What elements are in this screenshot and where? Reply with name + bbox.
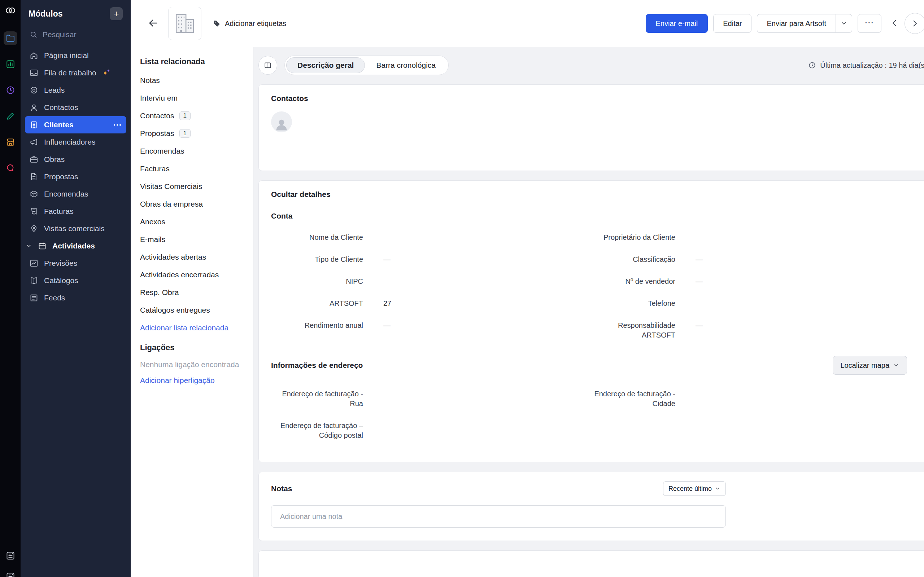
related-item-encomendas[interactable]: Encomendas — [140, 142, 247, 160]
person-icon — [274, 116, 289, 132]
send-to-artsoft-button[interactable]: Enviar para Artsoft — [757, 14, 835, 33]
sidebar-item-obras[interactable]: Obras — [25, 151, 126, 168]
related-item-label: Encomendas — [140, 147, 184, 155]
sidebar-item-label: Encomendas — [44, 190, 89, 198]
related-item-obras-da-empresa[interactable]: Obras da empresa — [140, 195, 247, 213]
sidebar-item-previsoes[interactable]: Previsões — [25, 255, 126, 272]
workdrive-app-icon[interactable] — [3, 31, 17, 45]
sidebar-item-actividades[interactable]: Actividades — [25, 237, 126, 255]
field-label: Classificação — [589, 255, 675, 264]
related-item-propostas[interactable]: Propostas1 — [140, 124, 247, 142]
sidebar-search[interactable]: Pesquisar — [25, 27, 126, 47]
hide-details-toggle[interactable]: Ocultar detalhes — [271, 190, 924, 199]
related-item-label: Interviu em — [140, 94, 178, 102]
add-note-input[interactable] — [271, 505, 726, 528]
send-to-artsoft-split-button: Enviar para Artsoft — [757, 14, 852, 33]
sidebar-item-influenciadores[interactable]: Influenciadores — [25, 134, 126, 151]
related-list-panel: Lista relacionada Notas Interviu em Cont… — [131, 47, 254, 577]
receipt-icon — [29, 206, 39, 216]
related-item-label: Facturas — [140, 164, 170, 173]
related-item-emails[interactable]: E-mails — [140, 230, 247, 248]
add-hyperlink-link[interactable]: Adicionar hiperligação — [140, 371, 247, 389]
edit-button[interactable]: Editar — [713, 14, 751, 33]
related-item-actividades-encerradas[interactable]: Actividades encerradas — [140, 266, 247, 284]
sidebar-item-label: Catálogos — [44, 276, 78, 285]
compose-icon[interactable] — [3, 549, 17, 562]
related-item-interviu-em[interactable]: Interviu em — [140, 89, 247, 107]
sidebar-item-catalogos[interactable]: Catálogos — [25, 272, 126, 289]
back-button[interactable] — [145, 16, 161, 31]
document-icon — [29, 172, 39, 181]
sidebar-item-propostas[interactable]: Propostas — [25, 168, 126, 185]
sidebar-item-visitas-comerciais[interactable]: Visitas comerciais — [25, 220, 126, 237]
related-item-visitas-comerciais[interactable]: Visitas Comerciais — [140, 177, 247, 195]
zia-search-icon[interactable] — [3, 161, 17, 175]
leads-icon — [29, 85, 39, 95]
field-row: Endereço de facturação – Código postal — [271, 421, 924, 440]
related-item-resp-obra[interactable]: Resp. Obra — [140, 284, 247, 301]
related-item-label: Actividades encerradas — [140, 271, 219, 279]
megaphone-icon — [29, 137, 39, 147]
add-module-button[interactable]: + — [110, 7, 123, 20]
field-label: NIPC — [271, 277, 363, 286]
related-item-label: Catálogos entregues — [140, 306, 210, 314]
notes-sort-label: Recente último — [669, 485, 712, 493]
add-tags-label: Adicionar etiquetas — [225, 19, 286, 28]
field-value: — — [696, 321, 703, 330]
field-label: Nome da Cliente — [271, 233, 363, 242]
collapse-panel-button[interactable] — [258, 56, 277, 75]
sidebar-item-leads[interactable]: Leads — [25, 82, 126, 99]
tab-timeline[interactable]: Barra cronológica — [365, 57, 447, 73]
add-related-list-link[interactable]: Adicionar lista relacionada — [140, 319, 247, 337]
sidebar-item-label: Clientes — [44, 121, 74, 129]
zoho-one-logo-icon[interactable] — [4, 4, 16, 16]
sidebar-item-label: Actividades — [52, 242, 95, 250]
tab-overview[interactable]: Descrição geral — [286, 57, 365, 73]
add-tags[interactable]: Adicionar etiquetas — [212, 19, 286, 28]
chevron-down-icon — [26, 243, 32, 249]
contacts-icon — [29, 103, 39, 112]
time-app-icon[interactable] — [3, 83, 17, 97]
related-list-title: Lista relacionada — [140, 57, 247, 66]
send-email-button[interactable]: Enviar e-mail — [646, 14, 708, 33]
building-icon — [29, 120, 39, 129]
related-item-catalogos-entregues[interactable]: Catálogos entregues — [140, 301, 247, 319]
notes-sort-dropdown[interactable]: Recente último — [663, 482, 726, 496]
home-icon — [29, 51, 39, 60]
notes-card-title: Notas — [271, 484, 292, 493]
last-update: Última actualização : 19 há dia(s) — [808, 61, 924, 69]
building-illustration-icon — [171, 10, 199, 37]
sidebar-item-fila-de-trabalho[interactable]: Fila de trabalho — [25, 64, 126, 82]
related-item-facturas[interactable]: Facturas — [140, 160, 247, 177]
sidebar-item-pagina-inicial[interactable]: Página inicial — [25, 47, 126, 64]
search-icon — [29, 30, 38, 39]
tabs-row: Descrição geral Barra cronológica Última… — [258, 56, 924, 75]
related-item-notas[interactable]: Notas — [140, 71, 247, 89]
related-item-anexos[interactable]: Anexos — [140, 213, 247, 230]
feed-icon — [29, 293, 39, 303]
sidebar-item-clientes[interactable]: Clientes — [25, 116, 126, 134]
field-value: — — [696, 277, 703, 286]
sidebar-item-feeds[interactable]: Feeds — [25, 289, 126, 306]
sidebar-item-encomendas[interactable]: Encomendas — [25, 185, 126, 203]
send-to-artsoft-caret[interactable] — [835, 14, 852, 33]
related-item-label: Notas — [140, 76, 160, 85]
next-record-button[interactable] — [905, 13, 924, 34]
calendar-icon — [37, 241, 47, 251]
sidebar-item-contactos[interactable]: Contactos — [25, 99, 126, 116]
contact-avatar[interactable] — [271, 111, 292, 132]
modules-sidebar: Módulos + Pesquisar Página inicial Fila … — [21, 0, 131, 577]
sidebar-item-label: Contactos — [44, 103, 78, 112]
store-app-icon[interactable] — [3, 135, 17, 149]
field-label: Endereço de facturação - Rua — [271, 389, 363, 409]
locate-map-button[interactable]: Localizar mapa — [833, 356, 907, 375]
more-actions-button[interactable] — [858, 14, 881, 33]
analytics-app-icon[interactable] — [3, 57, 17, 71]
related-item-contactos[interactable]: Contactos1 — [140, 107, 247, 124]
panel-toggle-icon — [263, 61, 272, 69]
bottom-cut-icon[interactable] — [3, 570, 17, 577]
related-item-actividades-abertas[interactable]: Actividades abertas — [140, 248, 247, 266]
sidebar-item-facturas[interactable]: Facturas — [25, 203, 126, 220]
tasks-app-icon[interactable] — [3, 109, 17, 123]
previous-record-button[interactable] — [890, 18, 899, 29]
